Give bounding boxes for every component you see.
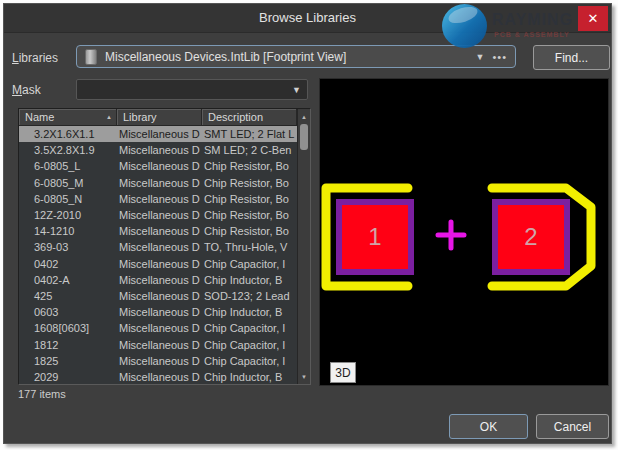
- table-row[interactable]: 3.5X2.8X1.9Miscellaneous DSM LED; 2 C-Be…: [19, 142, 310, 158]
- cell-library: Miscellaneous D: [117, 209, 202, 221]
- cell-name: 1812: [19, 339, 117, 351]
- cell-name: 1825: [19, 355, 117, 367]
- cell-library: Miscellaneous D: [117, 258, 202, 270]
- cell-description: Chip Capacitor, I: [202, 258, 297, 270]
- cell-description: Chip Capacitor, I: [202, 339, 297, 351]
- browse-libraries-dialog: Browse Libraries ✕ RAYMING PCB & ASSEMBL…: [3, 3, 612, 444]
- cell-description: Chip Inductor, B: [202, 274, 297, 286]
- cell-name: 0402: [19, 258, 117, 270]
- cell-library: Miscellaneous D: [117, 322, 202, 334]
- cell-description: SM LED; 2 C-Ben: [202, 144, 297, 156]
- cell-library: Miscellaneous D: [117, 355, 202, 367]
- mask-label: Mask: [12, 83, 41, 97]
- table-row[interactable]: 0402-AMiscellaneous DChip Inductor, B: [19, 272, 310, 288]
- cell-name: 6-0805_L: [19, 160, 117, 172]
- title-bar[interactable]: Browse Libraries ✕: [4, 4, 611, 33]
- scrollbar-thumb[interactable]: [300, 124, 308, 150]
- cell-name: 0402-A: [19, 274, 117, 286]
- cell-name: 3.5X2.8X1.9: [19, 144, 117, 156]
- libraries-selected-value: Miscellaneous Devices.IntLib [Footprint …: [105, 50, 476, 64]
- table-row[interactable]: 0603Miscellaneous DChip Inductor, B: [19, 304, 310, 320]
- cell-description: SMT LED; 2 Flat L: [202, 128, 297, 140]
- ok-button[interactable]: OK: [449, 414, 528, 439]
- table-row[interactable]: 6-0805_MMiscellaneous DChip Resistor, Bo: [19, 175, 310, 191]
- cancel-button[interactable]: Cancel: [536, 414, 609, 439]
- cell-name: 2029: [19, 371, 117, 383]
- origin-cross-icon: [438, 222, 464, 248]
- more-options-icon[interactable]: •••: [492, 51, 507, 63]
- pad-1-number: 1: [368, 223, 381, 250]
- table-row[interactable]: 1812Miscellaneous DChip Capacitor, I: [19, 336, 310, 352]
- cell-library: Miscellaneous D: [117, 306, 202, 318]
- table-row[interactable]: 2029Miscellaneous DChip Inductor, B: [19, 369, 310, 385]
- cell-name: 6-0805_N: [19, 193, 117, 205]
- table-body: 3.2X1.6X1.1Miscellaneous DSMT LED; 2 Fla…: [19, 126, 310, 385]
- cell-library: Miscellaneous D: [117, 371, 202, 383]
- cell-description: SOD-123; 2 Lead: [202, 290, 297, 302]
- table-row[interactable]: 0402Miscellaneous DChip Capacitor, I: [19, 256, 310, 272]
- library-icon: [85, 49, 97, 65]
- cell-library: Miscellaneous D: [117, 193, 202, 205]
- cell-name: 3.2X1.6X1.1: [19, 128, 117, 140]
- page-title: Browse Libraries: [4, 10, 611, 25]
- cell-library: Miscellaneous D: [117, 339, 202, 351]
- cell-library: Miscellaneous D: [117, 225, 202, 237]
- footprint-preview[interactable]: 1 2 3D: [319, 78, 609, 386]
- cell-library: Miscellaneous D: [117, 290, 202, 302]
- close-icon[interactable]: ✕: [578, 6, 608, 31]
- footprint-drawing: 1 2: [320, 79, 608, 385]
- cell-name: 14-1210: [19, 225, 117, 237]
- cell-name: 369-03: [19, 241, 117, 253]
- cell-description: Chip Resistor, Bo: [202, 225, 297, 237]
- cell-library: Miscellaneous D: [117, 160, 202, 172]
- table-row[interactable]: 425Miscellaneous DSOD-123; 2 Lead: [19, 288, 310, 304]
- cell-library: Miscellaneous D: [117, 241, 202, 253]
- cell-description: Chip Inductor, B: [202, 306, 297, 318]
- cell-description: Chip Resistor, Bo: [202, 193, 297, 205]
- table-row[interactable]: 14-1210Miscellaneous DChip Resistor, Bo: [19, 223, 310, 239]
- mask-dropdown[interactable]: ▼: [76, 79, 308, 100]
- components-table: Name ▲ Library Description 3.2X1.6X1.1Mi…: [18, 108, 311, 385]
- table-header: Name ▲ Library Description: [19, 109, 310, 126]
- cell-name: 425: [19, 290, 117, 302]
- view-3d-button[interactable]: 3D: [330, 362, 356, 383]
- cell-description: Chip Capacitor, I: [202, 322, 297, 334]
- scroll-down-icon[interactable]: ▼: [298, 370, 310, 383]
- table-row[interactable]: 12Z-2010Miscellaneous DChip Resistor, Bo: [19, 207, 310, 223]
- table-row[interactable]: 6-0805_LMiscellaneous DChip Resistor, Bo: [19, 158, 310, 174]
- sort-ascending-icon[interactable]: ▲: [106, 109, 112, 125]
- scroll-up-icon[interactable]: ▲: [298, 110, 310, 123]
- item-count: 177 items: [18, 388, 66, 400]
- table-row[interactable]: 6-0805_NMiscellaneous DChip Resistor, Bo: [19, 191, 310, 207]
- find-button[interactable]: Find...: [533, 45, 610, 70]
- libraries-label: Libraries: [12, 51, 58, 65]
- column-header-description[interactable]: Description: [202, 109, 297, 125]
- libraries-combobox[interactable]: Miscellaneous Devices.IntLib [Footprint …: [76, 45, 516, 68]
- cell-description: Chip Capacitor, I: [202, 355, 297, 367]
- table-row[interactable]: 369-03Miscellaneous DTO, Thru-Hole, V: [19, 239, 310, 255]
- pad-2-number: 2: [524, 223, 537, 250]
- chevron-down-icon[interactable]: ▼: [292, 85, 301, 95]
- cell-name: 6-0805_M: [19, 177, 117, 189]
- cell-description: Chip Resistor, Bo: [202, 160, 297, 172]
- table-row[interactable]: 1608[0603]Miscellaneous DChip Capacitor,…: [19, 320, 310, 336]
- cell-name: 0603: [19, 306, 117, 318]
- chevron-down-icon[interactable]: ▼: [476, 52, 485, 62]
- column-header-name[interactable]: Name ▲: [19, 109, 117, 125]
- cell-name: 1608[0603]: [19, 322, 117, 334]
- cell-library: Miscellaneous D: [117, 144, 202, 156]
- table-row[interactable]: 1825Miscellaneous DChip Capacitor, I: [19, 353, 310, 369]
- cell-library: Miscellaneous D: [117, 177, 202, 189]
- cell-description: Chip Resistor, Bo: [202, 177, 297, 189]
- table-scrollbar[interactable]: ▲ ▼: [297, 109, 310, 384]
- table-row[interactable]: 3.2X1.6X1.1Miscellaneous DSMT LED; 2 Fla…: [19, 126, 310, 142]
- column-header-library[interactable]: Library: [117, 109, 202, 125]
- cell-name: 12Z-2010: [19, 209, 117, 221]
- cell-description: TO, Thru-Hole, V: [202, 241, 297, 253]
- cell-library: Miscellaneous D: [117, 274, 202, 286]
- cell-description: Chip Inductor, B: [202, 371, 297, 383]
- cell-library: Miscellaneous D: [117, 128, 202, 140]
- cell-description: Chip Resistor, Bo: [202, 209, 297, 221]
